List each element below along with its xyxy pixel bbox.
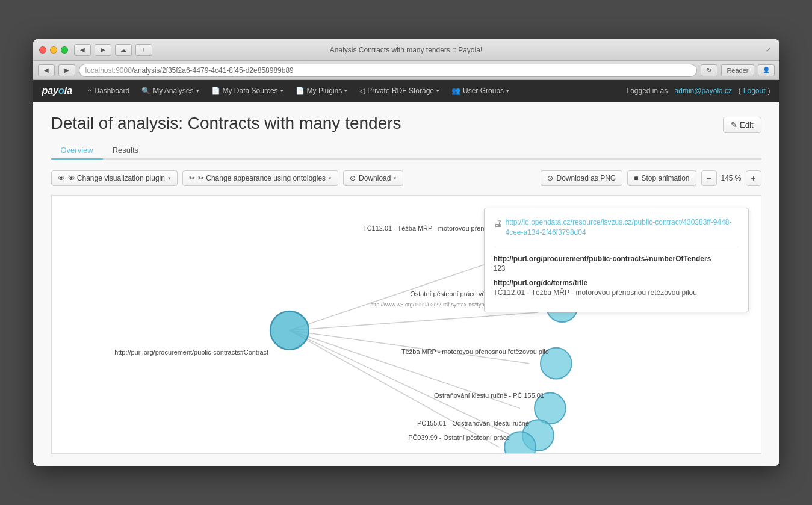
download-label: Download <box>359 174 391 182</box>
node-contract[interactable] <box>270 311 309 350</box>
node-1-label: TČ112.01 - Těžba MŘP - motorovou přenosn… <box>363 225 502 232</box>
plugins-icon: 📄 <box>296 87 305 95</box>
caret-rdf-icon: ▾ <box>436 88 439 94</box>
node-5-label: PČ155.01 - Odstraňování klestu ručně <box>417 420 528 427</box>
nav-item-analyses[interactable]: 🔍 My Analyses ▾ <box>135 80 205 102</box>
tab-overview[interactable]: Overview <box>51 142 103 160</box>
divider <box>494 247 739 247</box>
nav-user-info: Logged in as admin@payola.cz (Logout) <box>626 87 770 95</box>
caret-download-icon: ▾ <box>394 175 397 181</box>
nav-item-usergroups[interactable]: 👥 User Groups ▾ <box>445 80 515 102</box>
nav-label-dashboard: Dashboard <box>94 87 129 95</box>
change-viz-button[interactable]: 👁 👁 Change visualization plugin ▾ <box>51 170 178 186</box>
cloud-button[interactable]: ☁ <box>115 44 132 56</box>
graph-area[interactable]: http://www.w3.org/1999/02/22-rdf-syntax-… <box>51 195 761 454</box>
property-name-1: http://purl.org/dc/terms/title <box>494 279 739 287</box>
main-content: Detail of analysis: Contracts with many … <box>33 102 779 466</box>
page-header: Detail of analysis: Contracts with many … <box>51 114 761 133</box>
address-input[interactable]: localhost:9000/analysis/2f35f2a6-4479-4c… <box>79 64 698 77</box>
rdf-icon: ◁ <box>359 87 365 95</box>
browser-window: ◀ ▶ ☁ ↑ Analysis Contracts with many ten… <box>33 39 779 466</box>
nav-item-plugins[interactable]: 📄 My Plugins ▾ <box>290 80 354 102</box>
logout-link[interactable]: Logout <box>743 87 766 95</box>
tab-results[interactable]: Results <box>103 142 148 160</box>
w3-label: http://www.w3.org/1999/02/22-rdf-syntax-… <box>370 302 487 308</box>
edge-contract-node3 <box>289 330 528 364</box>
caret-appearance-icon: ▾ <box>329 175 332 181</box>
change-viz-label: 👁 Change visualization plugin <box>68 174 165 182</box>
zoom-in-button[interactable]: + <box>746 170 761 186</box>
forward-button[interactable]: ▶ <box>95 44 111 56</box>
tabs-bar: Overview Results <box>51 142 761 160</box>
nav-label-rdf: Private RDF Storage <box>367 87 434 95</box>
usergroups-icon: 👥 <box>451 87 460 95</box>
nav-label-plugins: My Plugins <box>307 87 342 95</box>
change-appearance-label: ✂ Change appearance using ontologies <box>198 174 326 182</box>
url-path: /analysis/2f35f2a6-4479-4c41-8f45-d2e858… <box>132 66 294 75</box>
zoom-value: 145 % <box>719 174 743 182</box>
edit-button[interactable]: ✎ Edit <box>723 117 761 133</box>
property-value-1: TČ112.01 - Těžba MŘP - motorovou přenosn… <box>494 288 739 297</box>
nav-item-dashboard[interactable]: ⌂ Dashboard <box>81 80 135 102</box>
edge-contract-node2 <box>289 312 538 330</box>
home-icon: ⌂ <box>87 87 91 95</box>
addressbar: ◀ ▶ localhost:9000/analysis/2f35f2a6-447… <box>33 61 779 80</box>
maximize-button[interactable] <box>61 46 68 54</box>
back-addr-button[interactable]: ◀ <box>38 64 55 76</box>
node-contract-label: http://purl.org/procurement/public-contr… <box>114 349 268 356</box>
nav-item-rdf-storage[interactable]: ◁ Private RDF Storage ▾ <box>353 80 445 102</box>
resource-url: http://ld.opendata.cz/resource/isvzus.cz… <box>506 217 739 238</box>
change-appearance-button[interactable]: ✂ ✂ Change appearance using ontologies ▾ <box>182 170 338 186</box>
search-icon: 🔍 <box>141 87 150 95</box>
minimize-button[interactable] <box>50 46 57 54</box>
caret-usergroups-icon: ▾ <box>506 88 509 94</box>
expand-icon[interactable]: ⤢ <box>764 45 773 55</box>
eye-icon: 👁 <box>58 174 65 182</box>
download-png-icon: ⊙ <box>547 174 553 182</box>
stop-animation-label: Stop animation <box>641 174 689 182</box>
node-3-label: Těžba MŘP - motorovou přenosnou řetězovo… <box>401 348 549 355</box>
logged-in-text: Logged in as <box>626 87 668 95</box>
property-numberOfTenders: http://purl.org/procurement/public-contr… <box>494 255 739 273</box>
download-icon: ⊙ <box>350 174 356 182</box>
share-button[interactable]: ↑ <box>135 44 152 56</box>
zoom-out-button[interactable]: − <box>701 170 717 186</box>
node-4-label: Ostraňování klestu ručně - PČ 155.01 <box>433 392 544 399</box>
traffic-lights <box>39 46 68 54</box>
reader-button[interactable]: Reader <box>721 64 754 76</box>
property-title: http://purl.org/dc/terms/title TČ112.01 … <box>494 279 739 297</box>
property-name-0: http://purl.org/procurement/public-contr… <box>494 255 739 263</box>
caret-plugins-icon: ▾ <box>344 88 347 94</box>
brand-logo: payola <box>42 85 73 96</box>
stop-animation-button[interactable]: ■ Stop animation <box>627 170 696 186</box>
datasources-icon: 📄 <box>211 87 220 95</box>
user-email-link[interactable]: admin@payola.cz <box>675 87 733 95</box>
resource-link[interactable]: 🖨 http://ld.opendata.cz/resource/isvzus.… <box>494 217 739 238</box>
titlebar: ◀ ▶ ☁ ↑ Analysis Contracts with many ten… <box>33 39 779 61</box>
nav-label-usergroups: User Groups <box>463 87 504 95</box>
stop-icon: ■ <box>634 174 638 182</box>
scissors-icon: ✂ <box>189 174 195 182</box>
visualization-toolbar: 👁 👁 Change visualization plugin ▾ ✂ ✂ Ch… <box>51 170 761 186</box>
caret-analyses-icon: ▾ <box>196 88 199 94</box>
forward-addr-button[interactable]: ▶ <box>58 64 75 76</box>
printer-icon: 🖨 <box>494 218 502 230</box>
download-png-label: Download as PNG <box>556 174 616 182</box>
nav-item-datasources[interactable]: 📄 My Data Sources ▾ <box>205 80 290 102</box>
caret-datasources-icon: ▾ <box>280 88 284 94</box>
download-png-button[interactable]: ⊙ Download as PNG <box>541 170 622 186</box>
property-value-0: 123 <box>494 264 739 273</box>
node-6-label: PČ039.99 - Ostatní pěstební práce <box>408 434 510 441</box>
info-panel: 🖨 http://ld.opendata.cz/resource/isvzus.… <box>484 208 749 312</box>
navbar: payola ⌂ Dashboard 🔍 My Analyses ▾ 📄 My … <box>33 80 779 102</box>
refresh-button[interactable]: ↻ <box>701 64 717 76</box>
close-button[interactable] <box>39 46 46 54</box>
caret-viz-icon: ▾ <box>168 175 171 181</box>
url-protocol: localhost:9000 <box>85 66 132 75</box>
page-title: Detail of analysis: Contracts with many … <box>51 114 401 133</box>
download-button[interactable]: ⊙ Download ▾ <box>343 170 403 186</box>
zoom-controls: − 145 % + <box>701 170 761 186</box>
back-button[interactable]: ◀ <box>74 44 91 56</box>
nav-label-datasources: My Data Sources <box>223 87 278 95</box>
user-icon[interactable]: 👤 <box>758 64 775 76</box>
